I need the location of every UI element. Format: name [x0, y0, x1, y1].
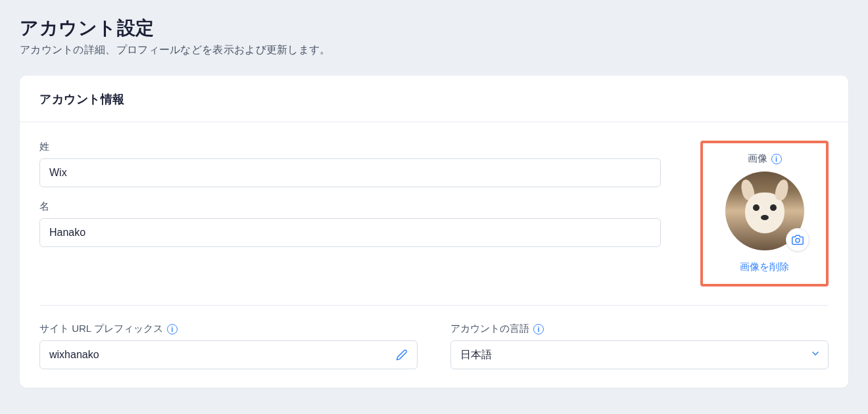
account-language-label: アカウントの言語 i: [450, 323, 829, 335]
account-language-label-text: アカウントの言語: [450, 323, 529, 335]
camera-icon: [792, 234, 804, 246]
svg-point-0: [796, 239, 800, 242]
info-icon[interactable]: i: [167, 324, 178, 334]
first-name-input[interactable]: [39, 218, 661, 247]
first-name-label: 名: [39, 200, 661, 213]
last-name-label: 姓: [39, 141, 661, 153]
delete-image-link[interactable]: 画像を削除: [740, 261, 789, 273]
info-icon[interactable]: i: [533, 324, 544, 334]
site-url-prefix-label: サイト URL プレフィックス i: [39, 323, 418, 335]
account-language-value: 日本語: [460, 348, 492, 362]
card-title: アカウント情報: [39, 91, 829, 107]
site-url-prefix-label-text: サイト URL プレフィックス: [39, 323, 163, 335]
site-url-prefix-input[interactable]: [39, 340, 418, 369]
page-subtitle: アカウントの詳細、プロフィールなどを表示および更新します。: [20, 43, 848, 57]
account-info-card: アカウント情報 姓 名 画像 i: [20, 76, 848, 388]
page-title: アカウント設定: [20, 16, 848, 41]
account-language-select[interactable]: 日本語: [450, 340, 829, 369]
info-icon[interactable]: i: [771, 154, 782, 164]
last-name-input[interactable]: [39, 158, 661, 187]
image-label: 画像: [748, 152, 767, 165]
edit-prefix-button[interactable]: [393, 346, 411, 364]
pencil-icon: [396, 349, 408, 361]
change-photo-button[interactable]: [786, 228, 809, 252]
profile-image-panel: 画像 i 画像を削除: [700, 141, 829, 287]
